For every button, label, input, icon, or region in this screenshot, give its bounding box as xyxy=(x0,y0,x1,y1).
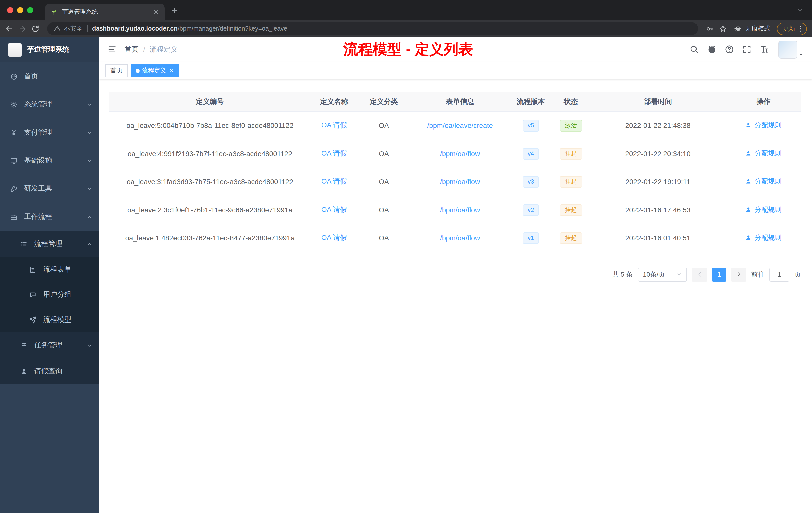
form-link[interactable]: /bpm/oa/leave/create xyxy=(427,121,493,129)
fullscreen-icon[interactable] xyxy=(742,45,752,54)
page-size-value: 10条/页 xyxy=(643,270,665,279)
tag-process-definition[interactable]: 流程定义× xyxy=(130,64,178,77)
column-header: 定义编号 xyxy=(110,92,310,112)
person-icon xyxy=(746,207,752,213)
url-host: dashboard.yudao.iocoder.cn xyxy=(92,25,177,32)
definition-name-link[interactable]: OA 请假 xyxy=(321,121,347,129)
sidebar-item-payment-management[interactable]: 支付管理 xyxy=(0,118,99,147)
prev-page-button[interactable] xyxy=(692,267,707,281)
maximize-window-button[interactable] xyxy=(27,7,33,13)
assign-rule-link[interactable]: 分配规则 xyxy=(746,121,782,130)
github-icon[interactable] xyxy=(707,45,717,54)
pagination: 共 5 条 10条/页 1 前往 页 xyxy=(110,267,801,281)
cell-category: OA xyxy=(358,140,410,168)
browser-menu-dots-icon[interactable] xyxy=(797,25,805,32)
table-row: oa_leave:5:004b710b-7b8a-11ec-8ef0-acde4… xyxy=(110,112,801,140)
sidebar-item-user-group[interactable]: 用户分组 xyxy=(0,282,99,307)
monitor-icon xyxy=(10,157,18,164)
table-row: oa_leave:1:482ec033-762a-11ec-8477-a2380… xyxy=(110,224,801,252)
page-title: 流程模型 - 定义列表 xyxy=(344,39,473,59)
tag-home[interactable]: 首页 xyxy=(106,64,127,77)
browser-tab[interactable]: 芋道管理系统 xyxy=(45,3,165,20)
browser-window: 芋道管理系统 不安全 dashboard.yudao.iocoder.cn /b… xyxy=(0,0,812,513)
table-row: oa_leave:3:1fad3d93-7b75-11ec-a3c8-acde4… xyxy=(110,168,801,196)
definition-name-link[interactable]: OA 请假 xyxy=(321,205,347,213)
tag-close-icon[interactable]: × xyxy=(170,67,174,74)
chevron-down-icon xyxy=(87,186,92,191)
assign-rule-link[interactable]: 分配规则 xyxy=(746,177,782,186)
sidebar-item-label: 基础设施 xyxy=(24,156,52,165)
back-button[interactable] xyxy=(5,24,13,33)
password-key-icon[interactable] xyxy=(705,24,714,33)
sidebar-item-dev-tools[interactable]: 研发工具 xyxy=(0,175,99,203)
tab-search-chevron-icon[interactable] xyxy=(797,6,804,13)
incognito-label: 无痕模式 xyxy=(745,24,770,33)
sidebar-item-label: 研发工具 xyxy=(24,184,52,193)
app-window: 芋道管理系统 首页系统管理支付管理基础设施研发工具工作流程流程管理流程表单用户分… xyxy=(0,37,812,513)
page-size-select[interactable]: 10条/页 xyxy=(638,267,687,281)
font-size-icon[interactable] xyxy=(760,45,769,54)
tag-label: 流程定义 xyxy=(142,66,166,75)
form-link[interactable]: /bpm/oa/flow xyxy=(440,178,480,186)
sidebar-item-infrastructure[interactable]: 基础设施 xyxy=(0,147,99,175)
goto-page-input[interactable] xyxy=(769,267,789,281)
next-page-button[interactable] xyxy=(731,267,746,281)
cell-category: OA xyxy=(358,196,410,224)
navbar: 首页/流程定义 流程模型 - 定义列表 xyxy=(99,37,812,62)
breadcrumb-item[interactable]: 首页 xyxy=(124,45,139,54)
goto-label-prefix: 前往 xyxy=(751,270,764,279)
page-1-button[interactable]: 1 xyxy=(712,267,726,281)
app-logo[interactable]: 芋道管理系统 xyxy=(0,37,99,62)
update-button[interactable]: 更新 xyxy=(777,22,807,35)
logo-image xyxy=(7,42,22,57)
sidebar-item-process-form[interactable]: 流程表单 xyxy=(0,257,99,282)
navbar-actions xyxy=(690,40,804,58)
sidebar-item-home[interactable]: 首页 xyxy=(0,62,99,90)
forward-button[interactable] xyxy=(18,24,27,33)
sidebar-item-process-model[interactable]: 流程模型 xyxy=(0,307,99,332)
table-body: oa_leave:5:004b710b-7b8a-11ec-8ef0-acde4… xyxy=(110,112,801,252)
person-icon xyxy=(746,178,752,185)
definition-name-link[interactable]: OA 请假 xyxy=(321,177,347,185)
minimize-window-button[interactable] xyxy=(17,7,23,13)
new-tab-button[interactable] xyxy=(171,6,178,14)
form-link[interactable]: /bpm/oa/flow xyxy=(440,150,480,158)
sidebar-item-leave-query[interactable]: 请假查询 xyxy=(0,358,99,385)
form-link[interactable]: /bpm/oa/flow xyxy=(440,234,480,242)
version-tag: v1 xyxy=(522,232,539,244)
wrench-icon xyxy=(10,185,18,192)
assign-rule-link[interactable]: 分配规则 xyxy=(746,205,782,214)
not-secure-warning-icon xyxy=(54,25,61,32)
form-link[interactable]: /bpm/oa/flow xyxy=(440,206,480,214)
not-secure-label: 不安全 xyxy=(64,24,83,33)
search-icon[interactable] xyxy=(690,45,699,54)
person-icon xyxy=(746,235,752,241)
assign-rule-link[interactable]: 分配规则 xyxy=(746,149,782,158)
browser-tab-strip: 芋道管理系统 xyxy=(0,0,812,20)
close-window-button[interactable] xyxy=(7,7,13,13)
sidebar-item-task-management[interactable]: 任务管理 xyxy=(0,332,99,358)
sidebar-item-workflow[interactable]: 工作流程 xyxy=(0,203,99,231)
person-icon xyxy=(20,368,28,375)
omnibox-divider xyxy=(87,25,88,32)
sidebar-item-system-management[interactable]: 系统管理 xyxy=(0,90,99,118)
assign-rule-link[interactable]: 分配规则 xyxy=(746,233,782,242)
address-bar[interactable]: 不安全 dashboard.yudao.iocoder.cn /bpm/mana… xyxy=(47,22,698,35)
definition-name-link[interactable]: OA 请假 xyxy=(321,149,347,157)
user-avatar[interactable] xyxy=(778,40,804,58)
sidebar-item-process-management[interactable]: 流程管理 xyxy=(0,231,99,257)
active-dot xyxy=(136,68,140,72)
help-icon[interactable] xyxy=(725,45,734,54)
version-tag: v5 xyxy=(522,120,539,131)
column-header: 定义分类 xyxy=(358,92,410,112)
reload-button[interactable] xyxy=(31,24,40,33)
status-tag: 挂起 xyxy=(560,148,582,159)
tab-close-icon[interactable] xyxy=(153,8,160,15)
status-tag: 挂起 xyxy=(560,232,582,244)
bookmark-star-icon[interactable] xyxy=(719,24,727,33)
table-header-row: 定义编号定义名称定义分类表单信息流程版本状态部署时间操作 xyxy=(110,92,801,112)
total-count: 共 5 条 xyxy=(612,270,633,279)
sidebar-toggle-icon[interactable] xyxy=(108,45,117,54)
definition-name-link[interactable]: OA 请假 xyxy=(321,233,347,241)
chevron-up-icon xyxy=(87,214,92,220)
